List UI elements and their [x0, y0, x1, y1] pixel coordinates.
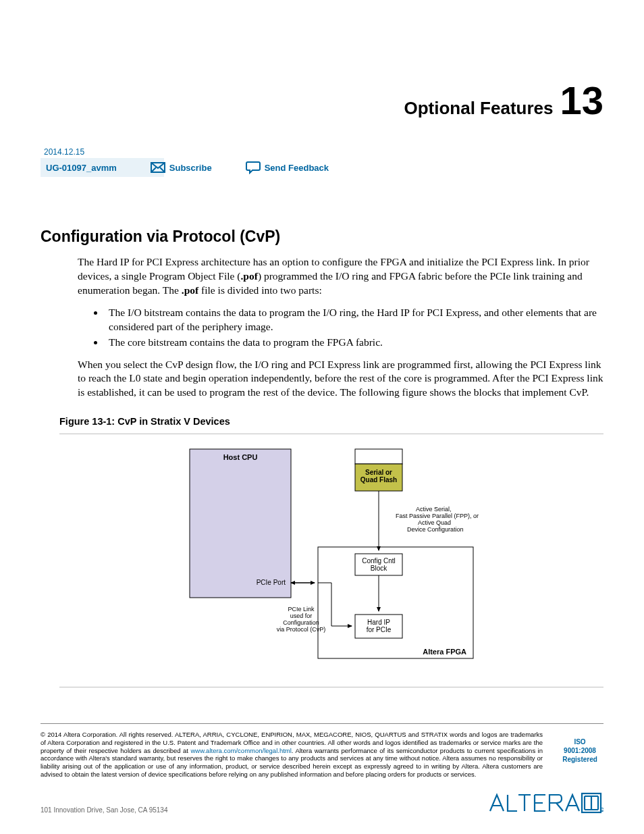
chapter-title: Optional Features	[404, 98, 553, 119]
figure-rule-bottom	[59, 687, 603, 687]
iso-badge[interactable]: ISO 9001:2008 Registered	[556, 731, 603, 779]
paragraph: When you select the CvP design flow, the…	[78, 358, 603, 400]
subscribe-link[interactable]: Subscribe	[151, 162, 212, 173]
diag-hardip: Hard IPfor PCIe	[367, 619, 392, 633]
diag-flash-note: Active Serial,Fast Passive Parallel (FPP…	[396, 506, 479, 533]
figure-caption: Figure 13-1: CvP in Stratix V Devices	[59, 416, 603, 427]
svg-rect-1	[190, 449, 291, 598]
feedback-link[interactable]: Send Feedback	[246, 161, 329, 174]
section-heading: Configuration via Protocol (CvP)	[41, 228, 603, 246]
altera-logo: R	[489, 791, 603, 814]
address: 101 Innovation Drive, San Jose, CA 95134	[41, 806, 167, 814]
chapter-number: 13	[560, 81, 603, 120]
envelope-icon	[151, 162, 165, 173]
legal-link[interactable]: www.altera.com/common/legal.html	[190, 747, 291, 754]
bullet-list: The I/O bitstream contains the data to p…	[105, 306, 603, 350]
footer: © 2014 Altera Corporation. All rights re…	[41, 723, 603, 814]
doc-date: 2014.12.15	[44, 147, 603, 157]
doc-id[interactable]: UG-01097_avmm	[46, 163, 117, 173]
svg-rect-2	[355, 449, 402, 464]
diag-fpga-label: Altera FPGA	[423, 648, 466, 656]
figure-diagram: Host CPU Serial orQuad Flash Active Seri…	[59, 442, 603, 679]
list-item: The I/O bitstream contains the data to p…	[105, 306, 603, 334]
subscribe-label: Subscribe	[169, 163, 212, 173]
diag-host-cpu: Host CPU	[223, 453, 258, 461]
chapter-header: Optional Features 13	[41, 81, 603, 120]
speech-bubble-icon	[246, 161, 261, 174]
svg-text:R: R	[601, 809, 603, 812]
diag-pcie-port: PCIe Port	[257, 579, 286, 586]
figure-rule	[59, 434, 603, 434]
list-item: The core bitstream contains the data to …	[105, 336, 603, 350]
diag-flash: Serial orQuad Flash	[360, 469, 397, 484]
paragraph: The Hard IP for PCI Express architecture…	[78, 255, 603, 298]
feedback-label: Send Feedback	[265, 163, 329, 173]
legal-text: © 2014 Altera Corporation. All rights re…	[41, 731, 543, 779]
